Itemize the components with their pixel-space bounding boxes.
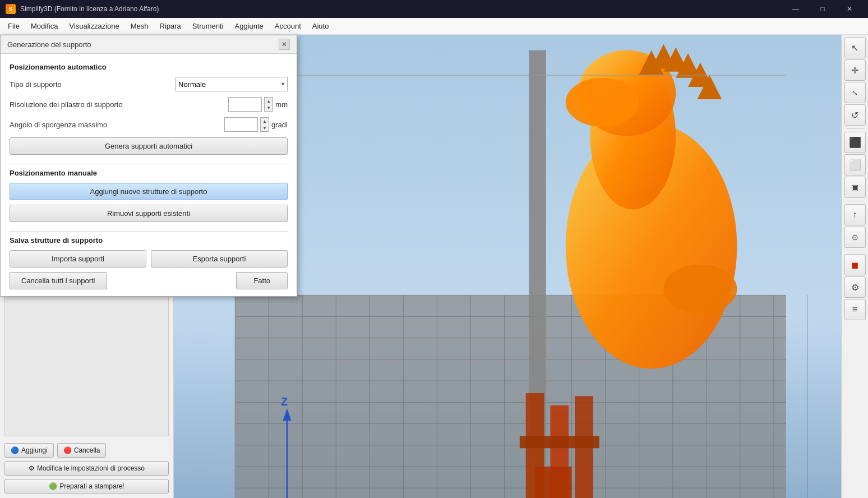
red-icon: ◼: [851, 260, 858, 270]
panel-header: Generazione del supporto ✕: [1, 35, 297, 54]
risoluzione-label: Risoluzione del pilastro di supporto: [10, 100, 123, 109]
cancel-label: Cancella: [74, 446, 100, 454]
toolbar-separator-1: [847, 128, 864, 129]
angolo-down[interactable]: ▼: [261, 125, 269, 131]
wire-view-button[interactable]: ⬜: [844, 154, 866, 176]
layers-button[interactable]: ≡: [844, 299, 866, 320]
process-settings-button[interactable]: ⚙ Modifica le impostazioni di processo: [4, 461, 169, 476]
titlebar-title: Simplify3D (Fornito in licenza a Adriano…: [20, 5, 159, 13]
add-cancel-row: 🔵 Aggiungi 🔴 Cancella: [4, 443, 169, 458]
toolbar-separator-2: [847, 201, 864, 201]
plus-icon: 🔵: [11, 446, 19, 454]
angolo-spinner[interactable]: ▲ ▼: [260, 117, 269, 132]
importa-button[interactable]: Importa supporti: [10, 250, 146, 268]
aggiungi-button[interactable]: 🔵 Aggiungi: [4, 443, 54, 458]
app-icon: S: [6, 4, 16, 14]
panel-close-button[interactable]: ✕: [279, 39, 290, 50]
cursor-icon: ↖: [851, 43, 858, 53]
esporta-button[interactable]: Esporta supporti: [151, 250, 288, 268]
wire-cube-icon: ⬜: [849, 159, 861, 171]
tipo-control: Normale Rete Colonna: [176, 77, 288, 91]
minimize-button[interactable]: —: [783, 0, 809, 18]
risoluzione-input[interactable]: 4,00: [228, 97, 262, 112]
solid-view-button[interactable]: ⬛: [844, 132, 866, 153]
rotate-tool-button[interactable]: ↺: [844, 104, 866, 126]
svg-rect-45: [520, 436, 599, 448]
axis-button[interactable]: ↑: [844, 204, 866, 225]
close-button[interactable]: ✕: [837, 0, 862, 18]
print-button[interactable]: 🟢 Preparati a stampare!: [4, 479, 169, 494]
add-label: Aggiungi: [21, 446, 48, 454]
solid-cube-icon: ⬛: [849, 136, 861, 149]
menu-file[interactable]: File: [2, 20, 25, 33]
view-cube-icon: ▣: [851, 183, 858, 192]
scale-icon: ⤡: [852, 89, 858, 97]
svg-rect-46: [535, 467, 572, 498]
tipo-supporto-row: Tipo di supporto Normale Rete Colonna: [10, 77, 288, 91]
angolo-label: Angolo di sporgenza massimo: [10, 121, 107, 129]
risoluzione-up[interactable]: ▲: [265, 98, 273, 104]
svg-point-34: [566, 78, 639, 127]
support-generation-panel: Generazione del supporto ✕ Posizionament…: [0, 35, 297, 297]
svg-text:Z: Z: [281, 395, 288, 408]
cursor-tool-button[interactable]: ↖: [844, 37, 866, 58]
menu-visualizzazione[interactable]: Visualizzazione: [63, 20, 124, 33]
menu-aggiunte[interactable]: Aggiunte: [229, 20, 269, 33]
layers-icon: ≡: [852, 305, 857, 315]
menu-ripara[interactable]: Ripara: [154, 20, 187, 33]
risoluzione-down[interactable]: ▼: [265, 104, 273, 111]
manual-section-title: Posizionamento manuale: [10, 169, 288, 177]
view-cube-button[interactable]: ▣: [844, 177, 866, 198]
rotate-icon: ↺: [851, 110, 858, 121]
maximize-button[interactable]: □: [810, 0, 835, 18]
axis-icon: ↑: [853, 210, 857, 220]
menu-modifica[interactable]: Modifica: [25, 20, 63, 33]
menu-aiuto[interactable]: Aiuto: [307, 20, 335, 33]
save-section-title: Salva strutture di supporto: [10, 236, 288, 245]
risoluzione-unit: mm: [275, 100, 288, 109]
print-btn-label: Preparati a stampare!: [59, 482, 124, 490]
tipo-select-wrapper[interactable]: Normale Rete Colonna: [176, 77, 288, 91]
menubar: File Modifica Visualizzazione Mesh Ripar…: [0, 18, 868, 35]
divider-1: [10, 164, 288, 164]
right-toolbar: ↖ ✛ ⤡ ↺ ⬛ ⬜ ▣ ↑ ⊙ ◼: [841, 35, 868, 498]
genera-automatici-button[interactable]: Genera supporti automatici: [10, 137, 288, 155]
settings-button[interactable]: ⚙: [844, 276, 866, 298]
panel-bottom-row: Cancella tutti i supporti Fatto: [10, 272, 288, 289]
auto-section-title: Posizionamento automatico: [10, 63, 288, 71]
titlebar-left: S Simplify3D (Fornito in licenza a Adria…: [6, 4, 159, 14]
move-tool-button[interactable]: ✛: [844, 59, 866, 81]
risoluzione-spinner[interactable]: ▲ ▼: [264, 97, 273, 112]
panel-title: Generazione del supporto: [7, 40, 91, 49]
bottom-buttons: 🔵 Aggiungi 🔴 Cancella ⚙ Modifica le impo…: [0, 439, 173, 498]
tipo-select[interactable]: Normale Rete Colonna: [176, 77, 288, 91]
fatto-button[interactable]: Fatto: [236, 272, 288, 289]
angolo-up[interactable]: ▲: [261, 118, 269, 125]
titlebar-controls[interactable]: — □ ✕: [783, 0, 862, 18]
cancel-icon: 🔴: [63, 446, 72, 454]
aggiungi-strutture-button[interactable]: Aggiungi nuove strutture di supporto: [10, 183, 288, 200]
risoluzione-row: Risoluzione del pilastro di supporto 4,0…: [10, 97, 288, 112]
risoluzione-control: 4,00 ▲ ▼ mm: [228, 97, 288, 112]
move-icon: ✛: [851, 65, 858, 76]
angolo-input[interactable]: 45: [224, 117, 258, 132]
cancella-button[interactable]: 🔴 Cancella: [57, 443, 107, 458]
svg-point-41: [663, 265, 737, 313]
cancella-supporti-button[interactable]: Cancella tutti i supporti: [10, 272, 107, 289]
orbit-button[interactable]: ⊙: [844, 227, 866, 248]
angolo-unit: gradi: [271, 121, 288, 129]
menu-mesh[interactable]: Mesh: [125, 20, 154, 33]
print-icon: 🟢: [49, 482, 57, 490]
gear-icon: ⚙: [29, 464, 35, 472]
titlebar: S Simplify3D (Fornito in licenza a Adria…: [0, 0, 868, 18]
rimuovi-supporti-button[interactable]: Rimuovi supporti esistenti: [10, 205, 288, 222]
tipo-label: Tipo di supporto: [10, 80, 62, 89]
menu-strumenti[interactable]: Strumenti: [187, 20, 229, 33]
panel-body: Posizionamento automatico Tipo di suppor…: [1, 54, 297, 296]
scale-tool-button[interactable]: ⤡: [844, 82, 866, 103]
main-area: Generazione del supporto ✕ Posizionament…: [0, 35, 868, 498]
menu-account[interactable]: Account: [269, 20, 307, 33]
toolbar-separator-3: [847, 251, 864, 251]
red-view-button[interactable]: ◼: [844, 254, 866, 275]
left-panel: Generazione del supporto ✕ Posizionament…: [0, 35, 174, 498]
